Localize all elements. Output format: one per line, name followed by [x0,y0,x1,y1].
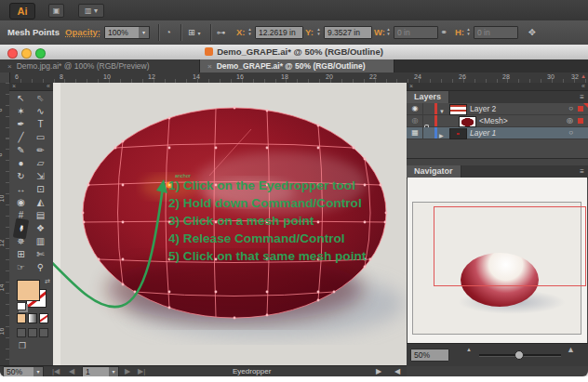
layer-row-layer2[interactable]: ◉ ▼ Layer 2 ○ [407,103,588,115]
zoom-caret[interactable]: ▾ [33,366,44,376]
tab-layers[interactable]: Layers [407,91,449,103]
select-similar-button[interactable]: ⊞ ▾ [188,20,201,45]
layer-thumbnail[interactable] [449,128,467,139]
first-artboard-button[interactable]: |◀ [52,366,60,376]
recolor-artwork-icon[interactable]: ◔ [166,20,171,45]
constrain-proportions-icon[interactable]: ⚭ [440,20,448,45]
panel-menu-icon[interactable]: ≡ [580,93,584,101]
layer-row-mesh[interactable]: ◎ <Mesh> ◎ [407,115,588,127]
magic-wand-tool[interactable]: ✶ [11,105,31,118]
visibility-eye-icon[interactable]: ◎ [409,115,421,126]
scale-tool[interactable]: ⇲ [31,170,50,183]
screen-mode-button[interactable]: ❐ [19,341,26,350]
layer-row-layer1[interactable]: ▦ ▶ Layer 1 ○ [407,127,588,139]
selection-chip[interactable] [578,118,583,124]
panel-menu-icon[interactable]: ≡ [580,167,584,176]
opacity-label[interactable]: Opacity: [65,20,100,45]
artboard-caret[interactable]: ▾ [109,366,119,376]
blob-brush-tool[interactable]: ● [11,157,31,170]
collapse-icon[interactable]: « [581,83,585,90]
color-button[interactable] [17,313,26,323]
layer-name[interactable]: Layer 2 [470,103,496,114]
pen-tool[interactable]: ✒ [11,118,31,131]
type-tool[interactable]: T [31,118,50,131]
lasso-tool[interactable]: ∿ [31,105,50,118]
tab-close-icon[interactable]: × [207,62,212,71]
bridge-icon[interactable]: ▣ [48,4,64,18]
tab-close-icon[interactable]: × [7,62,12,71]
gradient-tool[interactable]: ▤ [31,209,50,222]
opacity-field[interactable]: 100% [104,26,140,39]
y-field[interactable]: 9.3527 in [324,26,372,39]
next-artboard-button[interactable]: ▶ [125,366,130,376]
navigator-zoom-slider-thumb[interactable] [514,350,524,360]
document-canvas[interactable]: anchor 1) Click on the Eyedropper tool 2… [53,83,407,365]
paintbrush-tool[interactable]: ✎ [11,144,31,157]
w-field[interactable]: 0 in [394,26,438,39]
pencil-tool[interactable]: ✏ [31,144,50,157]
close-icon[interactable]: × [409,83,413,90]
column-graph-tool[interactable]: ▥ [31,235,50,248]
layer-name[interactable]: Layer 1 [470,127,496,138]
x-stepper[interactable]: ▴▾ [247,27,253,38]
y-stepper[interactable]: ▴▾ [315,27,322,38]
visibility-eye-icon[interactable]: ◉ [409,103,421,114]
object-thumbnail[interactable] [459,116,476,127]
close-icon[interactable]: × [12,83,16,90]
zoom-level-field[interactable]: 50% [3,366,34,376]
blend-tool[interactable]: ❖ [31,222,50,235]
collapse-icon[interactable]: « [47,83,50,90]
scroll-left-icon[interactable]: ◀ [394,366,400,376]
h-field[interactable]: 0 in [474,26,518,39]
layer-thumbnail[interactable] [449,104,467,115]
tab-demo-jpg[interactable]: ×Demo.jpg.ai* @ 100% (RGB/Preview) [0,59,200,72]
gradient-button[interactable] [28,313,37,323]
x-field[interactable]: 12.2619 in [255,26,303,39]
draw-normal-button[interactable] [17,328,26,337]
lock-column[interactable] [422,103,434,114]
navigator-proxy-view-box[interactable] [434,206,586,286]
h-stepper[interactable]: ▴▾ [465,27,472,38]
previous-artboard-button[interactable]: ◀ [69,366,74,376]
perspective-grid-tool[interactable]: ◭ [31,196,50,209]
status-forward-icon[interactable]: ▶ [376,366,381,376]
object-name[interactable]: <Mesh> [479,115,508,126]
slice-tool[interactable]: ✄ [31,248,50,261]
last-artboard-button[interactable]: ▶| [138,366,145,376]
navigator-preview[interactable] [408,178,587,343]
draw-behind-button[interactable] [28,328,37,337]
workspace-switcher[interactable]: ▥ ▾ [78,4,104,18]
line-segment-tool[interactable]: ╱ [11,131,31,144]
tab-demo-grape[interactable]: ×Demo_GRAPE.ai* @ 50% (RGB/Outline) [200,59,394,72]
navigator-zoom-field[interactable]: 50% [410,349,449,362]
zoom-in-mountain-icon[interactable]: ▲ [567,345,575,354]
eraser-tool[interactable]: ▱ [31,157,50,170]
target-circle-icon[interactable]: ○ [568,127,573,138]
template-icon[interactable]: ▦ [409,127,421,138]
w-stepper[interactable]: ▴▾ [385,27,392,38]
none-button[interactable] [39,313,48,323]
shape-builder-tool[interactable]: ◉ [11,196,31,209]
zoom-out-mountain-icon[interactable]: ▲ [466,347,472,352]
artboard-tool[interactable]: ⊞ [11,248,31,261]
draw-inside-button[interactable] [39,328,48,337]
default-fill-stroke-icon[interactable] [17,302,26,310]
fill-swatch[interactable] [17,280,40,301]
tab-navigator[interactable]: Navigator [407,165,461,178]
swap-fill-stroke-icon[interactable]: ⇄ [45,278,50,285]
selection-tool[interactable]: ↖ [11,92,31,105]
free-transform-tool[interactable]: ⊡ [31,183,50,196]
target-circle-icon[interactable]: ○ [568,103,573,114]
direct-selection-tool[interactable]: ⇖ [31,92,50,105]
isolate-selected-icon[interactable]: ⊶ [217,20,226,45]
scroll-up-icon[interactable]: ▲ [581,72,586,81]
rotate-tool[interactable]: ↻ [11,170,31,183]
target-circle-icon[interactable]: ◎ [567,115,573,126]
width-tool[interactable]: ↔ [11,183,31,196]
transform-icon[interactable]: ✥ [528,20,536,45]
opacity-caret[interactable]: ▾ [139,26,150,39]
rectangle-tool[interactable]: ▭ [31,131,50,144]
zoom-tool[interactable]: ⚲ [31,261,50,274]
lock-column[interactable] [422,127,434,138]
artboard-number-field[interactable]: 1 [82,366,110,376]
